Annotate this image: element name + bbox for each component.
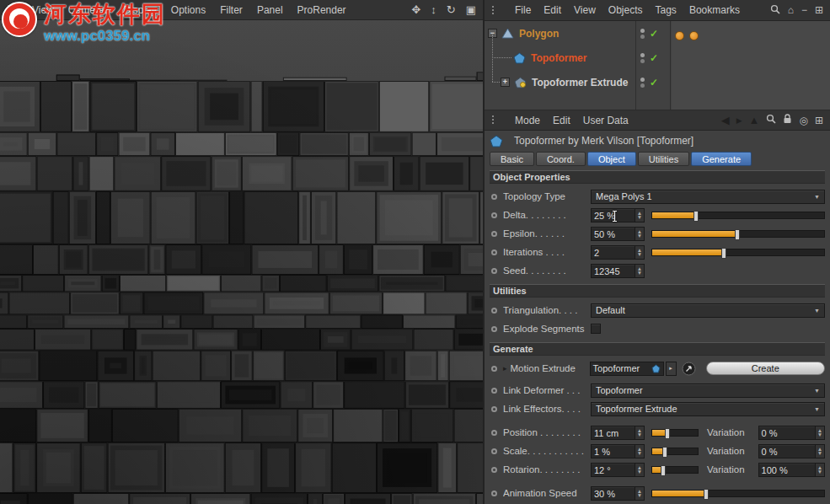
param-circle-icon[interactable] [491,491,497,496]
spinner-down-icon[interactable]: ▼ [637,469,642,474]
tab-object[interactable]: Object [587,152,636,166]
scale-variation-field[interactable]: 0 %▲▼ [758,444,825,458]
animation-speed-slider[interactable] [651,490,825,497]
spinner-down-icon[interactable]: ▼ [637,271,642,275]
iterations-slider[interactable] [651,249,825,256]
pick-object-icon[interactable] [682,362,696,376]
param-circle-icon[interactable] [491,212,497,218]
menu-filter[interactable]: Filter [219,4,244,16]
position-variation-field[interactable]: 0 %▲▼ [758,426,825,440]
spinner-down-icon[interactable]: ▼ [637,451,642,455]
menu-edit[interactable]: Edit [543,4,562,16]
tab-utilities[interactable]: Utilities [638,152,689,166]
rotation-variation-field[interactable]: 100 %▲▼ [758,463,825,477]
visibility-dots-icon[interactable] [640,29,645,39]
animation-speed-value[interactable]: 30 % [592,487,635,500]
param-circle-icon[interactable] [491,366,497,372]
param-circle-icon[interactable] [491,194,497,200]
menu-grip-handle[interactable] [491,5,495,16]
position-variation-value[interactable]: 0 % [759,426,815,439]
rotation-field[interactable]: 12 °▲▼ [591,463,645,477]
position-slider[interactable] [651,429,699,437]
seed-value[interactable]: 12345 [592,265,635,277]
search-icon[interactable] [766,114,776,126]
menu-grip-handle[interactable] [491,115,495,126]
param-circle-icon[interactable] [491,268,497,274]
tree-label[interactable]: Topoformer Extrude [532,77,628,88]
maximize-view-icon[interactable]: ▣ [466,3,476,16]
expand-arrow-icon[interactable]: ▸ [503,364,507,373]
spinner-down-icon[interactable]: ▼ [637,493,642,497]
history-back-icon[interactable]: ◀ [721,114,730,126]
epsilon-field[interactable]: 50 %▲▼ [591,227,645,241]
param-circle-icon[interactable] [491,448,497,454]
triangulation-dropdown[interactable]: Default ▼ [591,303,825,318]
param-circle-icon[interactable] [491,231,497,237]
spinner-down-icon[interactable]: ▼ [637,432,642,437]
zoom-view-icon[interactable]: ↕ [431,3,436,16]
spinner-down-icon[interactable]: ▼ [637,233,642,238]
rotation-value[interactable]: 12 ° [592,464,635,476]
scale-value[interactable]: 1 % [592,445,635,458]
scale-slider[interactable] [651,448,699,455]
iterations-field[interactable]: 2▲▼ [591,245,645,260]
spinner-down-icon[interactable]: ▼ [817,451,822,455]
position-value[interactable]: 11 cm [592,426,635,439]
menu-objects[interactable]: Objects [608,4,644,16]
rotation-variation-value[interactable]: 100 % [759,464,815,476]
menu-user-data[interactable]: User Data [582,115,629,126]
menu-panel[interactable]: Panel [256,4,284,16]
menu-bookmarks[interactable]: Bookmarks [688,4,741,16]
position-field[interactable]: 11 cm▲▼ [591,426,645,440]
scale-variation-value[interactable]: 0 % [759,445,815,458]
epsilon-value[interactable]: 50 % [592,228,635,240]
pan-view-icon[interactable]: ✥ [411,3,420,16]
parent-object-icon[interactable]: ▲ [749,114,760,126]
spinner-down-icon[interactable]: ▼ [637,215,642,219]
menu-mode[interactable]: Mode [514,115,541,126]
param-circle-icon[interactable] [491,430,497,436]
expand-icon[interactable]: + [501,78,510,87]
spinner-down-icon[interactable]: ▼ [637,252,642,256]
menu-edit-am[interactable]: Edit [552,115,571,126]
spinner-down-icon[interactable]: ▼ [817,432,822,437]
param-circle-icon[interactable] [491,326,497,332]
rotation-slider[interactable] [651,466,699,474]
tab-generate[interactable]: Generate [691,152,752,166]
tree-label[interactable]: Topoformer [531,52,586,64]
param-circle-icon[interactable] [491,308,497,314]
search-icon[interactable] [770,4,780,17]
home-icon[interactable]: ⌂ [788,4,794,16]
lock-icon[interactable] [783,114,792,126]
menu-prorender[interactable]: ProRender [297,4,347,16]
section-generate[interactable]: Generate [490,342,825,356]
add-panel-icon[interactable]: ⊞ [815,4,823,16]
tree-label[interactable]: Polygon [519,28,559,40]
section-utilities[interactable]: Utilities [490,284,825,298]
seed-field[interactable]: 12345▲▼ [591,264,645,278]
link-popup-button[interactable]: ▸ [666,362,677,376]
param-circle-icon[interactable] [491,406,497,412]
history-forward-icon[interactable]: ▶ [736,116,742,125]
rotate-view-icon[interactable]: ↻ [447,3,456,16]
menu-file[interactable]: File [514,4,532,16]
spinner-down-icon[interactable]: ▼ [817,469,822,474]
motion-extrude-link-field[interactable]: Topoformer [590,362,664,376]
texture-tag-icon[interactable] [689,31,699,40]
iterations-value[interactable]: 2 [592,246,635,259]
enable-check-icon[interactable]: ✓ [650,78,658,88]
topology-type-dropdown[interactable]: Mega Polys 1 ▼ [591,190,825,204]
enable-check-icon[interactable]: ✓ [650,29,658,39]
link-effectors-dropdown[interactable]: Topoformer Extrude ▼ [591,402,825,416]
menu-options[interactable]: Options [170,4,206,16]
viewport-render[interactable] [0,20,483,504]
texture-tag-icon[interactable] [675,31,684,40]
minimize-icon[interactable]: − [801,4,807,16]
menu-view-om[interactable]: View [573,4,597,16]
create-button[interactable]: Create [706,362,825,375]
enable-check-icon[interactable]: ✓ [650,53,658,63]
section-object-properties[interactable]: Object Properties [490,170,825,184]
visibility-dots-icon[interactable] [640,78,645,88]
scale-field[interactable]: 1 %▲▼ [591,444,645,458]
param-circle-icon[interactable] [491,249,497,255]
